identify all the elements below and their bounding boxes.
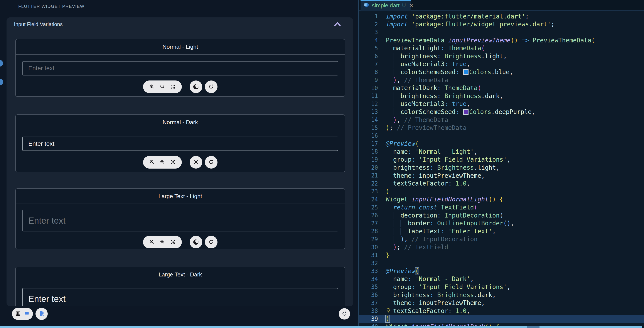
code-text: brightness: Brightness.dark, — [386, 292, 496, 299]
code-text: } — [386, 252, 390, 259]
code-line[interactable]: 26 decoration: InputDecoration( — [359, 211, 644, 220]
close-tab-icon[interactable]: × — [409, 2, 413, 9]
code-line[interactable]: 3 — [359, 28, 644, 36]
code-line[interactable]: 38 textScaleFactor: 1.0, — [359, 307, 644, 315]
line-number: 33 — [359, 268, 386, 274]
code-text: ) — [386, 188, 390, 195]
line-number: 15 — [359, 125, 386, 131]
dart-logo-icon — [363, 2, 370, 9]
code-line[interactable]: 13 colorSchemeSeed: Colors.deepPurple, — [359, 108, 644, 116]
expand-button[interactable] — [170, 159, 176, 165]
code-line[interactable]: 10 materialDark: ThemeData( — [359, 84, 644, 92]
editor-tab-bar: simple.dart U × — [359, 0, 644, 11]
code-line[interactable]: 30 ); // TextField — [359, 243, 644, 251]
code-line[interactable]: 35 group: 'Input Field Variations', — [359, 283, 644, 291]
code-line[interactable]: 34 name: 'Normal - Dark', — [359, 275, 644, 283]
zoom-out-button[interactable] — [160, 84, 165, 90]
enter-text-input[interactable] — [23, 294, 338, 304]
zoom-in-icon — [149, 159, 154, 165]
code-line[interactable]: 25 return const TextField( — [359, 203, 644, 211]
zoom-in-button[interactable] — [149, 239, 154, 245]
code-text: name: 'Normal - Light', — [386, 148, 478, 155]
code-area[interactable]: 1import 'package:flutter/material.dart';… — [359, 11, 644, 326]
code-line[interactable]: 33@Preview( — [359, 267, 644, 275]
code-line[interactable]: 15); // PreviewThemeData — [359, 124, 644, 132]
collapse-section-button[interactable] — [332, 19, 343, 29]
text-field-preview — [22, 288, 338, 306]
code-line[interactable]: 24Widget inputFieldNormalLight() { — [359, 196, 644, 204]
zoom-controls — [143, 80, 182, 93]
light-mode-toggle-button[interactable] — [190, 156, 202, 169]
code-line[interactable]: 22 textScaleFactor: 1.0, — [359, 179, 644, 188]
code-line[interactable]: 11 brightness: Brightness.dark, — [359, 92, 644, 100]
zoom-out-button[interactable] — [160, 239, 165, 245]
lightbulb-icon[interactable] — [386, 308, 390, 315]
code-line[interactable]: 28 labelText: 'Enter text', — [359, 227, 644, 235]
code-line[interactable]: 18 name: 'Normal - Light', — [359, 148, 644, 156]
enter-text-input[interactable] — [23, 65, 338, 72]
dark-mode-toggle-button[interactable] — [190, 80, 202, 93]
code-text: @Preview( — [386, 140, 419, 147]
code-line[interactable]: 29 ), // InputDecoration — [359, 235, 644, 243]
expand-icon — [170, 84, 176, 90]
code-line[interactable]: 16 — [359, 132, 644, 140]
horizontal-scrollbar[interactable] — [0, 326, 642, 328]
code-line[interactable]: 19 group: 'Input Field Variations', — [359, 156, 644, 164]
chevron-up-icon — [334, 24, 342, 27]
zoom-in-button[interactable] — [149, 159, 154, 165]
restart-previews-button[interactable] — [339, 308, 350, 320]
refresh-icon — [208, 84, 214, 90]
zoom-out-button[interactable] — [160, 159, 165, 165]
code-text: materialLight: ThemeData( — [386, 44, 485, 52]
refresh-preview-button[interactable] — [205, 236, 218, 248]
left-edge-button[interactable] — [0, 79, 3, 85]
code-text: colorSchemeSeed: Colors.blue, — [386, 68, 513, 76]
code-line[interactable]: 12 useMaterial3: true, — [359, 100, 644, 108]
refresh-preview-button[interactable] — [205, 80, 218, 93]
code-line[interactable]: 27 border: OutlineInputBorder(), — [359, 219, 644, 227]
code-line[interactable]: 17@Preview( — [359, 140, 644, 148]
code-line[interactable]: 39) — [359, 315, 644, 323]
grid-view-button[interactable] — [15, 311, 21, 317]
code-line[interactable]: 7 useMaterial3: true, — [359, 60, 644, 68]
code-line[interactable]: 31} — [359, 251, 644, 259]
zoom-in-icon — [149, 239, 154, 245]
open-source-file-button[interactable] — [36, 308, 48, 320]
code-line[interactable]: 20 brightness: Brightness.light, — [359, 164, 644, 172]
code-line[interactable]: 21 theme: inputPreviewTheme, — [359, 172, 644, 180]
code-line[interactable]: 8 colorSchemeSeed: Colors.blue, — [359, 68, 644, 76]
code-line[interactable]: 36 brightness: Brightness.dark, — [359, 291, 644, 299]
scrollbar-thumb[interactable] — [527, 326, 540, 328]
code-line[interactable]: 32 — [359, 259, 644, 267]
refresh-preview-button[interactable] — [205, 156, 218, 169]
code-line[interactable]: 9 ), // ThemeData — [359, 76, 644, 84]
left-edge-button[interactable] — [0, 60, 3, 66]
code-line[interactable]: 6 brightness: Brightness.light, — [359, 52, 644, 60]
text-cursor — [390, 316, 390, 322]
dark-mode-toggle-button[interactable] — [190, 236, 202, 248]
list-view-button[interactable] — [24, 311, 30, 317]
code-line[interactable]: 4PreviewThemeData inputPreviewTheme() =>… — [359, 36, 644, 44]
expand-button[interactable] — [170, 239, 176, 245]
code-line[interactable]: 23) — [359, 188, 644, 196]
line-number: 40 — [359, 324, 386, 326]
card-header: Normal - Dark — [16, 115, 345, 130]
code-line[interactable]: 14 ), // ThemeData — [359, 116, 644, 124]
expand-icon — [170, 159, 176, 165]
code-line[interactable]: 5 materialLight: ThemeData( — [359, 44, 644, 52]
code-text: textScaleFactor: 1.0, — [386, 180, 470, 187]
code-line[interactable]: 40Widget inputFieldNormalDark() { — [359, 323, 644, 326]
tab-simple-dart[interactable]: simple.dart U × — [360, 0, 410, 11]
expand-button[interactable] — [170, 84, 176, 90]
zoom-out-icon — [160, 239, 165, 245]
code-line[interactable]: 1import 'package:flutter/material.dart'; — [359, 12, 644, 20]
zoom-in-button[interactable] — [149, 84, 154, 90]
enter-text-input[interactable] — [23, 216, 338, 226]
line-number: 3 — [359, 29, 386, 35]
card-header: Large Text - Light — [16, 189, 345, 204]
code-line[interactable]: 2import 'package:flutter/widget_previews… — [359, 20, 644, 28]
code-text: border: OutlineInputBorder(), — [386, 220, 514, 227]
code-line[interactable]: 37 theme: inputPreviewTheme, — [359, 299, 644, 307]
enter-text-input[interactable] — [23, 140, 338, 147]
zoom-out-icon — [160, 159, 165, 165]
